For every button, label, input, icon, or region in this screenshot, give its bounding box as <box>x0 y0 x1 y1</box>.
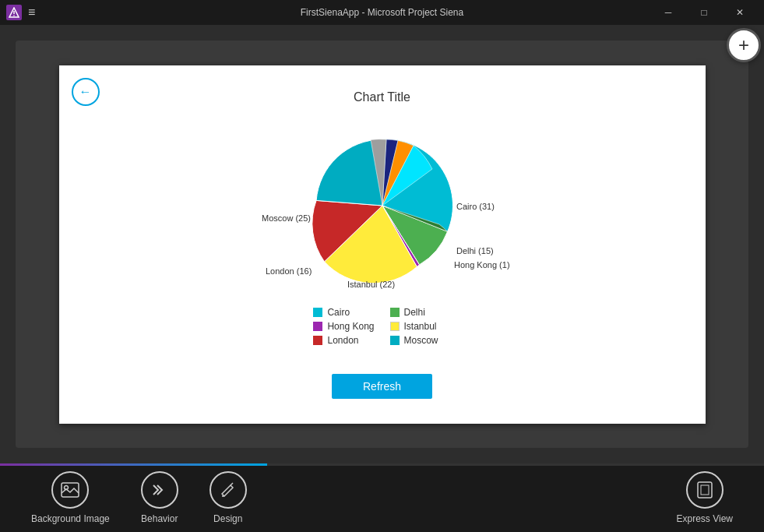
bottom-toolbar: Background Image Behavior Design <box>0 463 764 532</box>
titlebar: ≡ FirstSienaApp - Microsoft Project Sien… <box>0 0 764 25</box>
window-controls: ─ □ ✕ <box>650 0 758 25</box>
toolbar-item-express-view[interactable]: Express View <box>661 471 748 524</box>
legend-color-hongkong <box>313 322 322 331</box>
legend-label-istanbul: Istanbul <box>404 321 437 332</box>
add-screen-button[interactable]: + <box>727 28 761 62</box>
legend-item-moscow: Moscow <box>390 335 451 346</box>
pie-chart-wrapper: Cairo (31) Delhi (15) Hong Kong (1) Ista… <box>250 120 515 291</box>
behavior-chevrons-icon <box>150 481 169 499</box>
toolbar-item-behavior[interactable]: Behavior <box>125 471 194 524</box>
svg-point-2 <box>13 15 15 16</box>
moscow-label: Moscow (25) <box>262 213 311 223</box>
progress-fill <box>0 463 267 466</box>
legend-label-delhi: Delhi <box>404 307 425 318</box>
toolbar-item-design[interactable]: Design <box>194 471 262 524</box>
legend-color-london <box>313 336 322 345</box>
legend-color-delhi <box>390 308 400 317</box>
behavior-label: Behavior <box>141 513 178 524</box>
pencil-icon <box>220 481 237 499</box>
svg-line-6 <box>231 483 233 485</box>
legend-color-moscow <box>390 336 400 345</box>
hamburger-menu-icon[interactable]: ≡ <box>28 5 35 19</box>
cairo-label: Cairo (31) <box>456 202 495 211</box>
canvas-area: + ← Chart Title <box>16 41 748 448</box>
svg-rect-7 <box>698 482 712 498</box>
delhi-label: Delhi (15) <box>456 246 494 255</box>
back-button[interactable]: ← <box>72 78 100 106</box>
legend-item-delhi: Delhi <box>390 307 451 318</box>
window-title: FirstSienaApp - Microsoft Project Siena <box>301 7 463 18</box>
chart-and-legend: Cairo (31) Delhi (15) Hong Kong (1) Ista… <box>250 120 515 399</box>
legend-label-cairo: Cairo <box>327 307 350 318</box>
istanbul-label: Istanbul (22) <box>347 280 395 289</box>
hongkong-label: Hong Kong (1) <box>454 260 510 270</box>
toolbar-item-background-image[interactable]: Background Image <box>16 471 125 524</box>
chart-title: Chart Title <box>354 90 410 104</box>
minimize-button[interactable]: ─ <box>650 0 686 25</box>
main-content: + ← Chart Title <box>0 25 764 463</box>
pie-chart-svg: Cairo (31) Delhi (15) Hong Kong (1) Ista… <box>250 120 515 291</box>
london-label: London (16) <box>266 266 312 276</box>
app-screen: ← Chart Title <box>59 65 706 424</box>
legend-color-istanbul <box>390 322 400 331</box>
background-image-icon <box>51 471 89 509</box>
image-icon <box>61 482 79 498</box>
legend-label-hongkong: Hong Kong <box>327 321 374 332</box>
legend-item-hongkong: Hong Kong <box>313 321 374 332</box>
close-button[interactable]: ✕ <box>722 0 758 25</box>
chart-container: Chart Title <box>59 65 706 424</box>
titlebar-left: ≡ <box>6 5 35 20</box>
svg-rect-8 <box>701 485 709 495</box>
design-label: Design <box>213 513 242 524</box>
background-image-label: Background Image <box>31 513 110 524</box>
refresh-button[interactable]: Refresh <box>332 374 432 399</box>
app-icon <box>6 5 22 20</box>
express-view-icon <box>686 471 724 509</box>
progress-bar <box>0 463 764 466</box>
express-view-label: Express View <box>677 513 733 524</box>
tablet-icon <box>695 481 714 499</box>
legend-item-cairo: Cairo <box>313 307 374 318</box>
legend-color-cairo <box>313 308 322 317</box>
restore-button[interactable]: □ <box>686 0 722 25</box>
design-icon <box>209 471 247 509</box>
legend-label-london: London <box>327 335 358 346</box>
behavior-icon <box>141 471 178 509</box>
legend-item-istanbul: Istanbul <box>390 321 451 332</box>
legend-label-moscow: Moscow <box>404 335 438 346</box>
chart-legend: Cairo Delhi Hong Kong Istanbul <box>313 307 450 346</box>
legend-item-london: London <box>313 335 374 346</box>
